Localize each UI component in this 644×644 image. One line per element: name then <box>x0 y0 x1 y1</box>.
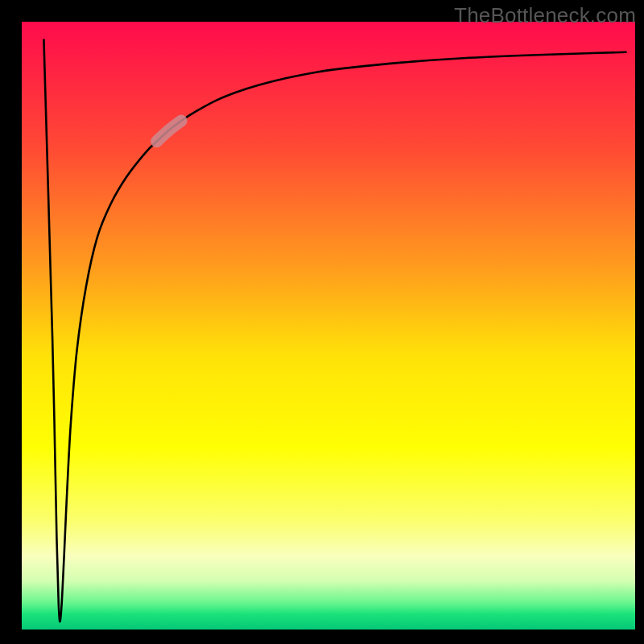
chart-frame: TheBottleneck.com <box>0 0 644 644</box>
plot-background <box>22 22 635 630</box>
watermark-label: TheBottleneck.com <box>454 3 636 28</box>
bottleneck-chart <box>0 0 644 644</box>
